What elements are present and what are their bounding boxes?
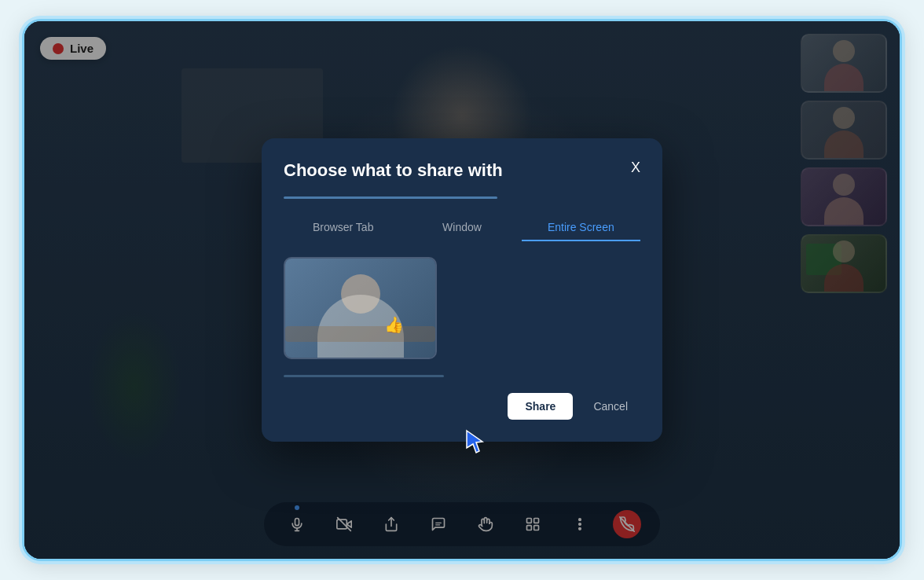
video-conference-window: Live [22,19,902,561]
preview-thumb-inner: 👍 [285,259,435,358]
modal-footer: Share Cancel [284,393,640,420]
modal-title: Choose what to share with [284,160,503,181]
screen-preview-area: 👍 [284,257,640,359]
modal-progress-bar-bottom [284,375,444,377]
tab-window[interactable]: Window [402,215,521,241]
screen-preview-thumbnail[interactable]: 👍 [284,257,437,359]
modal-footer-wrapper: Share Cancel [284,393,640,420]
thumbs-up-icon: 👍 [384,315,404,334]
tab-entire-screen[interactable]: Entire Screen [522,215,640,241]
modal-overlay: Choose what to share with X Browser Tab … [24,21,900,559]
modal-header: Choose what to share with X [284,160,640,181]
modal-close-button[interactable]: X [631,160,640,174]
cancel-button[interactable]: Cancel [581,393,640,420]
share-screen-modal: Choose what to share with X Browser Tab … [262,138,662,442]
share-button[interactable]: Share [508,393,573,420]
preview-desk [285,326,435,342]
tab-browser-tab[interactable]: Browser Tab [284,215,402,241]
modal-tabs: Browser Tab Window Entire Screen [284,215,640,241]
modal-progress-bar-top [284,196,497,199]
